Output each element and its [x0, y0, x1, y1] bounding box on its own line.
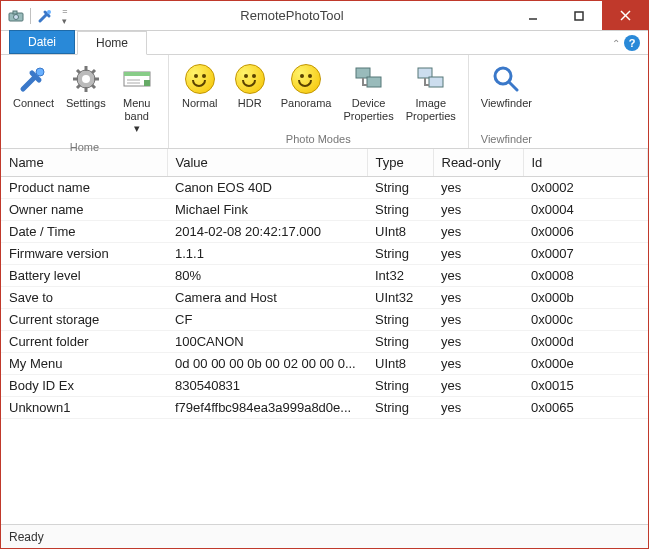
cell-value: Camera and Host	[167, 287, 367, 309]
cell-name: Save to	[1, 287, 167, 309]
image-props-label: ImageProperties	[406, 97, 456, 122]
table-row[interactable]: Owner nameMichael FinkStringyes0x0004	[1, 199, 648, 221]
cell-id: 0x0006	[523, 221, 648, 243]
image-properties-button[interactable]: ImageProperties	[400, 59, 462, 131]
cell-readonly: yes	[433, 265, 523, 287]
cell-id: 0x000b	[523, 287, 648, 309]
device-props-icon	[353, 63, 385, 95]
properties-table: Name Value Type Read-only Id Product nam…	[1, 149, 648, 419]
menuband-icon	[121, 63, 153, 95]
help-icon[interactable]: ?	[624, 35, 640, 51]
window-controls	[510, 1, 648, 30]
cell-name: Body ID Ex	[1, 375, 167, 397]
viewfinder-button[interactable]: Viewfinder	[475, 59, 538, 131]
svg-point-2	[14, 14, 19, 19]
col-id[interactable]: Id	[523, 149, 648, 177]
panorama-button[interactable]: Panorama	[275, 59, 338, 131]
table-row[interactable]: Date / Time2014-02-08 20:42:17.000UInt8y…	[1, 221, 648, 243]
svg-line-16	[92, 85, 95, 88]
col-readonly[interactable]: Read-only	[433, 149, 523, 177]
cell-readonly: yes	[433, 375, 523, 397]
table-row[interactable]: Unknown1f79ef4ffbc984ea3a999a8d0e...Stri…	[1, 397, 648, 419]
cell-value: 0d 00 00 00 0b 00 02 00 00 0...	[167, 353, 367, 375]
file-tab[interactable]: Datei	[9, 30, 75, 54]
cell-readonly: yes	[433, 243, 523, 265]
cell-name: My Menu	[1, 353, 167, 375]
smiley-icon	[184, 63, 216, 95]
ribbon-group-photomodes-label: Photo Modes	[175, 131, 462, 148]
cell-readonly: yes	[433, 177, 523, 199]
camera-icon[interactable]	[7, 7, 25, 25]
cell-value: 830540831	[167, 375, 367, 397]
titlebar[interactable]: =▾ RemotePhotoTool	[1, 1, 648, 31]
normal-label: Normal	[182, 97, 217, 110]
cell-id: 0x000e	[523, 353, 648, 375]
device-props-label: DeviceProperties	[344, 97, 394, 122]
minimize-button[interactable]	[510, 1, 556, 30]
cell-id: 0x000c	[523, 309, 648, 331]
connect-quick-icon[interactable]	[36, 7, 54, 25]
cell-readonly: yes	[433, 199, 523, 221]
cell-value: Michael Fink	[167, 199, 367, 221]
cell-id: 0x000d	[523, 331, 648, 353]
hdr-label: HDR	[238, 97, 262, 110]
cell-type: Int32	[367, 265, 433, 287]
cell-name: Owner name	[1, 199, 167, 221]
ribbon-group-home: Connect Settings Menuband▾ Home	[1, 55, 169, 148]
close-button[interactable]	[602, 1, 648, 30]
connect-icon	[17, 63, 49, 95]
cell-readonly: yes	[433, 287, 523, 309]
cell-value: 100CANON	[167, 331, 367, 353]
cell-id: 0x0008	[523, 265, 648, 287]
ribbon-tabs: Datei Home ⌃ ?	[1, 31, 648, 55]
properties-table-wrap[interactable]: Name Value Type Read-only Id Product nam…	[1, 149, 648, 524]
status-text: Ready	[9, 530, 44, 544]
cell-type: String	[367, 375, 433, 397]
svg-line-17	[92, 70, 95, 73]
settings-button[interactable]: Settings	[60, 59, 112, 139]
table-row[interactable]: Current folder100CANONStringyes0x000d	[1, 331, 648, 353]
table-row[interactable]: My Menu0d 00 00 00 0b 00 02 00 00 0...UI…	[1, 353, 648, 375]
table-row[interactable]: Firmware version1.1.1Stringyes0x0007	[1, 243, 648, 265]
menuband-label: Menuband▾	[123, 97, 151, 135]
normal-button[interactable]: Normal	[175, 59, 225, 131]
cell-name: Unknown1	[1, 397, 167, 419]
smiley-icon	[290, 63, 322, 95]
maximize-button[interactable]	[556, 1, 602, 30]
cell-value: 1.1.1	[167, 243, 367, 265]
collapse-ribbon-icon[interactable]: ⌃	[612, 38, 620, 49]
cell-value: Canon EOS 40D	[167, 177, 367, 199]
window-title: RemotePhotoTool	[74, 8, 510, 23]
device-properties-button[interactable]: DeviceProperties	[338, 59, 400, 131]
table-row[interactable]: Save toCamera and HostUInt32yes0x000b	[1, 287, 648, 309]
cell-readonly: yes	[433, 221, 523, 243]
table-row[interactable]: Current storageCFStringyes0x000c	[1, 309, 648, 331]
connect-button[interactable]: Connect	[7, 59, 60, 139]
cell-type: String	[367, 309, 433, 331]
svg-rect-20	[124, 72, 150, 76]
magnifier-icon	[490, 63, 522, 95]
svg-line-18	[77, 85, 80, 88]
svg-point-8	[36, 68, 44, 76]
svg-line-29	[509, 82, 517, 90]
connect-label: Connect	[13, 97, 54, 110]
menuband-button[interactable]: Menuband▾	[112, 59, 162, 139]
ribbon-group-viewfinder: Viewfinder Viewfinder	[469, 55, 544, 148]
cell-value: 2014-02-08 20:42:17.000	[167, 221, 367, 243]
table-row[interactable]: Battery level80%Int32yes0x0008	[1, 265, 648, 287]
col-value[interactable]: Value	[167, 149, 367, 177]
cell-name: Current storage	[1, 309, 167, 331]
svg-rect-21	[144, 80, 150, 86]
table-row[interactable]: Body ID Ex830540831Stringyes0x0015	[1, 375, 648, 397]
col-type[interactable]: Type	[367, 149, 433, 177]
viewfinder-label: Viewfinder	[481, 97, 532, 110]
cell-type: String	[367, 243, 433, 265]
cell-name: Date / Time	[1, 221, 167, 243]
qat-dropdown-icon[interactable]: =▾	[56, 7, 74, 25]
home-tab[interactable]: Home	[77, 31, 147, 55]
cell-type: UInt32	[367, 287, 433, 309]
smiley-icon	[234, 63, 266, 95]
table-row[interactable]: Product nameCanon EOS 40DStringyes0x0002	[1, 177, 648, 199]
hdr-button[interactable]: HDR	[225, 59, 275, 131]
image-props-icon	[415, 63, 447, 95]
